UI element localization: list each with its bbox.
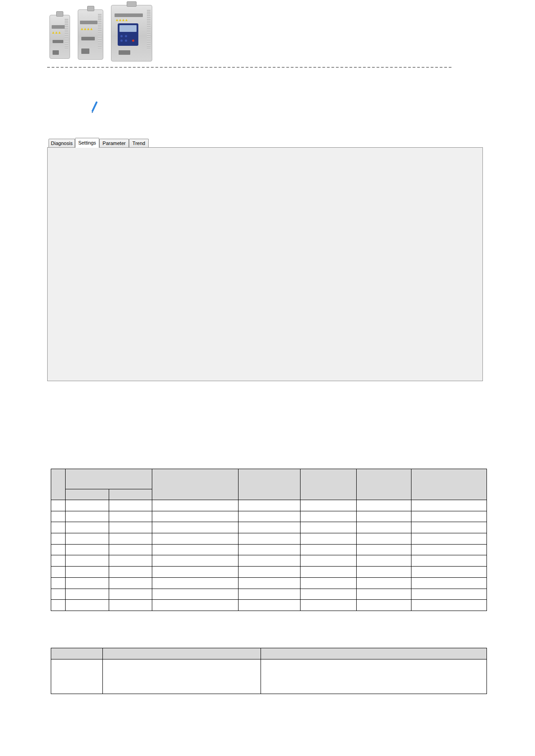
inverter-photo-small	[49, 15, 70, 59]
notes-header-cell	[261, 648, 487, 659]
doc-table-cell	[152, 533, 239, 545]
doc-table-cell	[109, 577, 152, 589]
doc-header-cell-merged	[66, 469, 152, 489]
doc-table-cell	[357, 567, 411, 578]
doc-table-cell	[301, 500, 357, 511]
doc-table-cell	[66, 600, 109, 611]
doc-table-cell	[357, 577, 411, 589]
product-photos	[47, 2, 164, 63]
vents	[98, 14, 102, 48]
doc-table-cell	[109, 511, 152, 522]
doc-table-cell	[66, 577, 109, 589]
mounting-clamp	[56, 11, 63, 17]
settings-panel	[47, 147, 483, 381]
inverter-photo-large	[111, 5, 152, 62]
doc-table-cell	[239, 567, 301, 578]
notes-header-cell	[103, 648, 261, 659]
doc-table-cell	[239, 589, 301, 600]
tab-trend[interactable]: Trend	[129, 139, 149, 147]
doc-table-cell	[301, 511, 357, 522]
notes-header-cell	[51, 648, 103, 659]
tab-parameter-list[interactable]: Parameter list	[99, 139, 129, 147]
doc-table-row	[51, 589, 487, 600]
doc-table-row	[51, 511, 487, 522]
doc-table-cell	[357, 533, 411, 545]
lcd-screen	[119, 25, 137, 32]
doc-table-row	[51, 577, 487, 589]
doc-table-cell	[152, 544, 239, 555]
doc-table-cell	[152, 500, 239, 511]
terminal-slot	[81, 37, 95, 40]
doc-table-head	[51, 469, 487, 500]
doc-subheader-cell	[66, 489, 109, 500]
notes-cell	[261, 659, 487, 694]
device-panel-detail	[52, 25, 66, 29]
doc-table-cell	[301, 544, 357, 555]
doc-table-cell	[357, 555, 411, 567]
doc-table-cell	[66, 589, 109, 600]
doc-table-cell	[411, 589, 487, 600]
doc-table-row	[51, 600, 487, 611]
doc-table-cell	[411, 555, 487, 567]
doc-table-cell	[109, 500, 152, 511]
doc-table-cell	[239, 511, 301, 522]
device-panel-detail	[115, 13, 143, 17]
vents	[147, 10, 150, 49]
doc-table-cell	[239, 600, 301, 611]
doc-table-cell	[411, 533, 487, 545]
doc-table-cell	[301, 522, 357, 533]
doc-table-cell	[239, 544, 301, 555]
doc-table-cell	[66, 544, 109, 555]
doc-table-cell	[411, 600, 487, 611]
doc-table-cell	[239, 577, 301, 589]
doc-table-body	[51, 500, 487, 611]
doc-table-cell	[239, 533, 301, 545]
keypad-display	[118, 23, 138, 46]
warning-labels	[52, 31, 61, 34]
doc-table-cell	[411, 544, 487, 555]
doc-table-cell	[301, 533, 357, 545]
tab-diagnosis[interactable]: Diagnosis	[49, 139, 75, 147]
doc-table-cell	[109, 567, 152, 578]
doc-table-cell	[66, 555, 109, 567]
doc-table-cell	[357, 600, 411, 611]
edit-pen-mark-icon	[90, 101, 98, 113]
doc-table-cell	[301, 567, 357, 578]
mounting-clamp	[87, 6, 94, 11]
doc-table-cell	[239, 500, 301, 511]
notes-cell	[51, 659, 103, 694]
doc-table-cell	[152, 555, 239, 567]
doc-header-cell	[152, 469, 239, 500]
terminal-slot	[119, 50, 130, 55]
notes-header-row	[51, 648, 487, 659]
doc-table-cell	[152, 589, 239, 600]
manual-page: Diagnosis Settings Parameter list Trend …	[0, 0, 535, 756]
doc-table-cell	[109, 589, 152, 600]
doc-table-cell	[152, 522, 239, 533]
doc-header-cell	[239, 469, 301, 500]
doc-table-cell	[51, 577, 66, 589]
doc-table-row	[51, 544, 487, 555]
doc-table-cell	[411, 522, 487, 533]
doc-table-cell	[411, 567, 487, 578]
doc-table-cell	[357, 522, 411, 533]
doc-table-cell	[51, 567, 66, 578]
vents	[65, 19, 68, 49]
doc-table-cell	[152, 511, 239, 522]
doc-table-cell	[51, 600, 66, 611]
doc-table-cell	[411, 577, 487, 589]
doc-table-cell	[152, 600, 239, 611]
doc-table-cell	[66, 533, 109, 545]
easy-starter-screenshot: Diagnosis Settings Parameter list Trend …	[47, 138, 483, 381]
doc-table-cell	[301, 555, 357, 567]
doc-table-cell	[51, 533, 66, 545]
doc-header-cell	[301, 469, 357, 500]
terminal-slot	[81, 48, 89, 54]
section-divider	[47, 67, 451, 68]
doc-table-cell	[152, 577, 239, 589]
doc-table-cell	[51, 544, 66, 555]
device-panel-detail	[80, 21, 97, 24]
tab-settings[interactable]: Settings	[75, 138, 99, 148]
doc-table-cell	[411, 500, 487, 511]
doc-header-cell	[51, 469, 66, 500]
